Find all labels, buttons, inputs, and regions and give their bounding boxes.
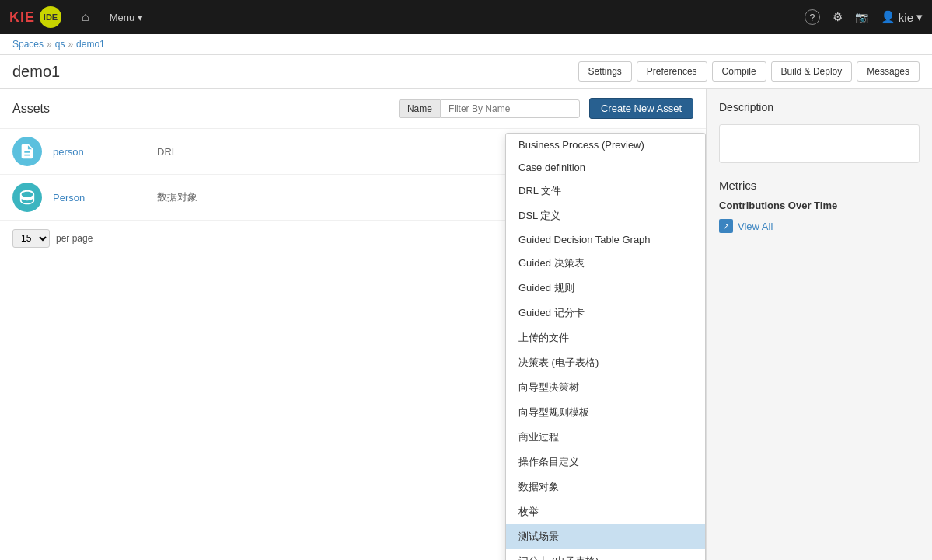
view-all-label: View All — [738, 221, 773, 232]
description-section: Description — [719, 101, 920, 163]
dropdown-item[interactable]: Case definition — [506, 156, 705, 179]
dropdown-item[interactable]: DSL 定义 — [506, 203, 705, 228]
ide-badge: IDE — [40, 6, 61, 28]
settings-button[interactable]: Settings — [578, 61, 632, 82]
dropdown-item[interactable]: Guided 记分卡 — [506, 301, 705, 325]
contributions-label: Contributions Over Time — [719, 200, 920, 211]
build-deploy-button[interactable]: Build & Deploy — [771, 61, 853, 82]
dropdown-item[interactable]: 枚举 — [506, 499, 705, 524]
breadcrumb-spaces[interactable]: Spaces — [12, 39, 44, 50]
metrics-section: Metrics Contributions Over Time ↗ View A… — [719, 179, 920, 233]
dropdown-item[interactable]: 操作条目定义 — [506, 450, 705, 475]
dropdown-overlay: Business Process (Preview)Case definitio… — [505, 133, 706, 560]
dropdown-item[interactable]: 测试场景 — [506, 524, 705, 549]
asset-name-person[interactable]: person — [53, 146, 146, 158]
asset-type-data-obj: 数据对象 — [157, 190, 219, 204]
main-layout: Assets Name Create New Asset person DRL … — [0, 89, 932, 560]
settings-icon[interactable]: ⚙ — [833, 10, 843, 24]
assets-filter: Name — [399, 99, 580, 118]
breadcrumb-sep1: » — [47, 39, 52, 50]
kie-logo: KIE IDE — [9, 6, 61, 28]
per-page-label: per page — [56, 233, 93, 244]
dropdown-item[interactable]: 向导型规则模板 — [506, 400, 705, 425]
user-icon: 👤 — [881, 10, 895, 24]
dropdown-item[interactable]: Guided 规则 — [506, 276, 705, 301]
messages-button[interactable]: Messages — [857, 61, 920, 82]
top-navigation: KIE IDE ⌂ Menu ▾ ? ⚙ 📷 👤 kie ▾ — [0, 0, 932, 34]
menu-dropdown[interactable]: Menu ▾ — [103, 9, 150, 26]
metrics-title: Metrics — [719, 179, 920, 192]
header-buttons: Settings Preferences Compile Build & Dep… — [578, 61, 920, 82]
assets-panel: Assets Name Create New Asset person DRL … — [0, 89, 707, 560]
right-sidebar: Description Metrics Contributions Over T… — [707, 89, 932, 560]
compile-button[interactable]: Compile — [712, 61, 766, 82]
user-menu[interactable]: 👤 kie ▾ — [881, 10, 923, 24]
asset-icon-person — [12, 137, 42, 166]
assets-title: Assets — [12, 102, 50, 116]
description-title: Description — [719, 101, 920, 117]
page-title: demo1 — [12, 63, 60, 81]
breadcrumb-qs[interactable]: qs — [55, 39, 65, 50]
per-page-select[interactable]: 5 10 15 20 — [12, 229, 50, 248]
asset-name-person-obj[interactable]: Person — [53, 192, 146, 203]
dropdown-item[interactable]: 记分卡 (电子表格) — [506, 549, 705, 560]
dropdown-item[interactable]: Business Process (Preview) — [506, 134, 705, 156]
dropdown-menu: Business Process (Preview)Case definitio… — [505, 133, 706, 560]
assets-toolbar: Assets Name Create New Asset — [0, 89, 706, 129]
topnav-right: ? ⚙ 📷 👤 kie ▾ — [805, 9, 923, 25]
dropdown-item[interactable]: 向导型决策树 — [506, 375, 705, 400]
menu-chevron: ▾ — [138, 12, 143, 23]
asset-type-drl: DRL — [157, 146, 219, 158]
dropdown-item[interactable]: 商业过程 — [506, 425, 705, 450]
help-icon[interactable]: ? — [805, 9, 820, 25]
breadcrumb-sep2: » — [68, 39, 73, 50]
view-all-link[interactable]: ↗ View All — [719, 219, 920, 233]
page-header: demo1 Settings Preferences Compile Build… — [0, 55, 932, 89]
camera-icon[interactable]: 📷 — [855, 11, 868, 23]
dropdown-item[interactable]: 决策表 (电子表格) — [506, 350, 705, 375]
dropdown-item[interactable]: 数据对象 — [506, 475, 705, 499]
breadcrumb: Spaces » qs » demo1 — [0, 34, 932, 55]
view-all-icon: ↗ — [719, 219, 733, 233]
user-chevron: ▾ — [916, 10, 923, 24]
home-button[interactable]: ⌂ — [75, 7, 96, 27]
dropdown-item[interactable]: Guided 决策表 — [506, 251, 705, 276]
filter-input[interactable] — [440, 99, 580, 118]
breadcrumb-demo1[interactable]: demo1 — [76, 39, 105, 50]
user-name: kie — [899, 11, 913, 24]
menu-label: Menu — [110, 12, 135, 23]
kie-text: KIE — [9, 9, 35, 26]
dropdown-item[interactable]: 上传的文件 — [506, 325, 705, 350]
description-box — [719, 124, 920, 163]
dropdown-item[interactable]: Guided Decision Table Graph — [506, 228, 705, 251]
asset-icon-person-data — [12, 183, 42, 212]
preferences-button[interactable]: Preferences — [637, 61, 707, 82]
filter-label: Name — [399, 99, 440, 118]
create-new-asset-button[interactable]: Create New Asset — [589, 98, 693, 119]
dropdown-item[interactable]: DRL 文件 — [506, 179, 705, 203]
